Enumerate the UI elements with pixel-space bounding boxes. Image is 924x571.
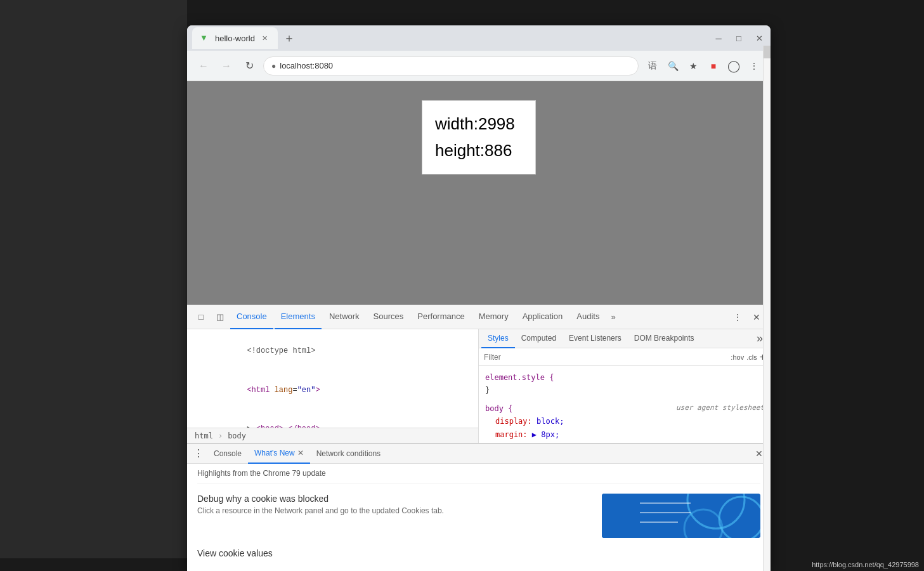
window-controls: ─ □ ✕ (712, 32, 765, 44)
browser-tab[interactable]: ▼ hello-world ✕ (192, 27, 278, 49)
toolbar-icons: 语 🔍 ★ ■ ◯ ⋮ (644, 57, 763, 75)
breadcrumb-html[interactable]: html (192, 430, 216, 442)
margin-val[interactable]: ▶ 8px; (532, 430, 559, 439)
translate-icon[interactable]: 语 (644, 57, 661, 75)
viewport: width:2998 height:886 (187, 81, 771, 305)
bottom-item-cookie-text: Debug why a cookie was blocked Click a r… (197, 494, 444, 515)
account-icon[interactable]: ◯ (725, 57, 743, 75)
styles-content: element.style { } body { user agent styl… (479, 366, 771, 443)
cookie-item-desc: Click a resource in the Network panel an… (197, 506, 444, 515)
dom-content: <!doctype html> <html lang="en"> ► <head… (187, 329, 478, 428)
back-button[interactable]: ← (195, 57, 212, 75)
maximize-button[interactable]: □ (732, 32, 745, 44)
user-agent-comment: user agent stylesheet (676, 402, 764, 415)
dom-html[interactable]: <html lang="en"> (187, 371, 478, 410)
devtools-tab-audits[interactable]: Audits (570, 305, 606, 329)
dom-panel: <!doctype html> <html lang="en"> ► <head… (187, 329, 479, 443)
close-button[interactable]: ✕ (753, 32, 765, 44)
bottom-item-view-cookies-text: View cookie values (197, 548, 273, 561)
url-bar[interactable]: ● localhost:8080 (263, 56, 639, 75)
devtools-toolbar-right: ⋮ ✕ (729, 308, 765, 326)
styles-tabs: Styles Computed Event Listeners DOM Brea… (479, 329, 771, 348)
bottom-scrollbar-thumb[interactable] (764, 46, 771, 58)
devtools-toolbar: □ ◫ Console Elements Network Sources Per… (187, 305, 771, 329)
devtools-tab-application[interactable]: Application (516, 305, 569, 329)
devtools-tab-sources[interactable]: Sources (367, 305, 410, 329)
bottom-tab-network-conditions[interactable]: Network conditions (310, 443, 387, 464)
url-text: localhost:8080 (280, 61, 333, 70)
zoom-icon[interactable]: 🔍 (664, 57, 682, 75)
bottom-item-view-cookies: View cookie values (197, 543, 760, 566)
tab-label: hello-world (215, 34, 255, 43)
body-selector: body { (485, 402, 512, 415)
bottom-tab-console[interactable]: Console (207, 443, 248, 464)
body-style-rule: body { user agent stylesheet display: bl… (481, 400, 768, 443)
bottom-content: Highlights from the Chrome 79 update Deb… (187, 464, 771, 571)
dom-breadcrumb: html › body (187, 428, 478, 443)
device-toggle-icon[interactable]: ◫ (211, 308, 229, 326)
pocket-icon[interactable]: ■ (705, 57, 722, 75)
address-bar: ← → ↻ ● localhost:8080 语 🔍 ★ ■ ◯ ⋮ (187, 51, 771, 81)
dom-doctype: <!doctype html> (187, 332, 478, 371)
breadcrumb-separator: › (218, 431, 223, 440)
devtools-tab-network[interactable]: Network (323, 305, 366, 329)
cookie-item-title: Debug why a cookie was blocked (197, 494, 444, 504)
element-style-rule: element.style { } (481, 369, 768, 400)
devtools-more-tabs-button[interactable]: » (607, 305, 619, 329)
bottom-panel-menu-icon[interactable]: ⋮ (190, 445, 207, 463)
browser-window: ▼ hello-world ✕ ＋ ─ □ ✕ ← → ↻ ● localhos… (187, 25, 771, 571)
bottom-tab-whats-new[interactable]: What's New ✕ (248, 443, 310, 464)
width-text: width:2998 (435, 111, 523, 138)
styles-panel: Styles Computed Event Listeners DOM Brea… (479, 329, 771, 443)
devtools-tab-console[interactable]: Console (230, 305, 273, 329)
bottom-panel-scrollbar[interactable] (763, 46, 771, 571)
title-bar: ▼ hello-world ✕ ＋ ─ □ ✕ (187, 25, 771, 51)
filter-hov-button[interactable]: :hov (731, 353, 744, 361)
element-picker-icon[interactable]: □ (192, 308, 210, 326)
svg-rect-0 (602, 494, 760, 538)
styles-tab-styles[interactable]: Styles (481, 329, 515, 348)
breadcrumb-body[interactable]: body (225, 430, 249, 442)
menu-icon[interactable]: ⋮ (745, 57, 763, 75)
filter-cls-button[interactable]: .cls (746, 353, 757, 361)
minimize-button[interactable]: ─ (712, 32, 725, 44)
styles-filter-input[interactable] (484, 353, 728, 362)
bottom-item-cookie-debug: Debug why a cookie was blocked Click a r… (197, 489, 760, 543)
dom-head[interactable]: ► <head>…</head> (187, 410, 478, 428)
height-text: height:886 (435, 138, 523, 164)
whats-new-close-button[interactable]: ✕ (297, 449, 304, 457)
devtools-more-icon[interactable]: ⋮ (729, 308, 746, 326)
bookmark-icon[interactable]: ★ (684, 57, 702, 75)
status-url: https://blog.csdn.net/qq_42975998 (812, 561, 919, 568)
filter-bar: :hov .cls + (479, 348, 771, 366)
element-style-selector: element.style { (485, 373, 554, 382)
forward-button[interactable]: → (218, 57, 235, 75)
bottom-panel: ⋮ Console What's New ✕ Network condition… (187, 443, 771, 571)
bottom-highlights: Highlights from the Chrome 79 update (197, 469, 760, 483)
element-style-close: } (485, 386, 490, 395)
new-tab-button[interactable]: ＋ (280, 29, 298, 47)
tab-close-button[interactable]: ✕ (260, 33, 270, 43)
margin-prop[interactable]: margin: (495, 430, 528, 439)
display-val[interactable]: block; (537, 417, 564, 426)
styles-tab-dom-breakpoints[interactable]: DOM Breakpoints (628, 329, 701, 348)
styles-tab-event-listeners[interactable]: Event Listeners (563, 329, 628, 348)
info-box: width:2998 height:886 (422, 100, 536, 174)
lock-icon: ● (271, 62, 276, 70)
reload-button[interactable]: ↻ (240, 57, 258, 75)
bottom-tabs: ⋮ Console What's New ✕ Network condition… (187, 443, 771, 464)
cookie-item-image (602, 494, 760, 538)
styles-tab-computed[interactable]: Computed (515, 329, 563, 348)
devtools-tab-elements[interactable]: Elements (275, 305, 322, 329)
view-cookies-title: View cookie values (197, 548, 273, 558)
devtools-tab-memory[interactable]: Memory (472, 305, 515, 329)
devtools-tab-performance[interactable]: Performance (411, 305, 471, 329)
display-prop[interactable]: display: (495, 417, 532, 426)
background-overlay (0, 0, 187, 571)
devtools-body: <!doctype html> <html lang="en"> ► <head… (187, 329, 771, 443)
tab-favicon: ▼ (200, 33, 210, 43)
devtools-panel: □ ◫ Console Elements Network Sources Per… (187, 305, 771, 571)
